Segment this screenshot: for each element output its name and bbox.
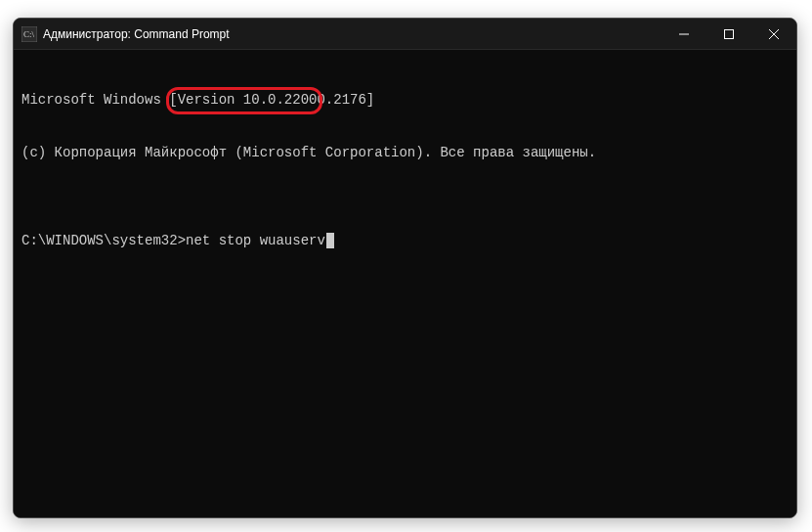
terminal-area[interactable]: Microsoft Windows [Version 10.0.22000.21… <box>14 50 796 517</box>
titlebar[interactable]: C:\ Администратор: Command Prompt <box>14 19 796 50</box>
cmd-icon: C:\ <box>21 26 37 42</box>
terminal-line-version: Microsoft Windows [Version 10.0.22000.21… <box>21 91 789 109</box>
maximize-button[interactable] <box>706 19 751 50</box>
terminal-line-copyright: (c) Корпорация Майкрософт (Microsoft Cor… <box>21 144 789 161</box>
terminal-prompt: C:\WINDOWS\system32> <box>21 233 186 248</box>
terminal-cursor <box>326 233 334 248</box>
minimize-button[interactable] <box>662 19 706 50</box>
svg-rect-3 <box>725 30 734 39</box>
terminal-prompt-line: C:\WINDOWS\system32>net stop wuauserv <box>21 232 789 249</box>
svg-text:C:\: C:\ <box>23 29 35 39</box>
window-controls <box>662 19 796 49</box>
terminal-command: net stop wuauserv <box>186 233 325 248</box>
window-title: Администратор: Command Prompt <box>43 27 662 41</box>
command-prompt-window: C:\ Администратор: Command Prompt Micros… <box>13 18 797 518</box>
close-button[interactable] <box>751 19 796 50</box>
